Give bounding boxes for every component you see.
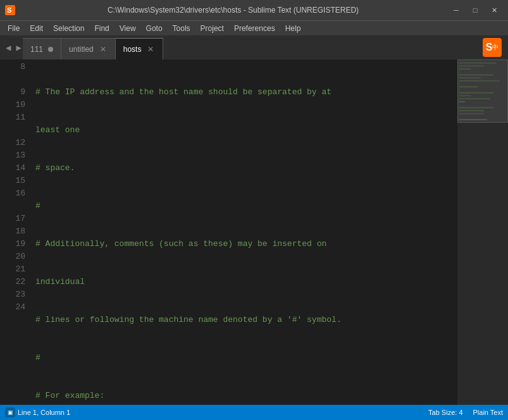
linenum-12: 12 [5,137,25,149]
title-bar: S C:\Windows\System32\drivers\etc\hosts … [0,0,508,20]
code-line-8b: least one [33,124,457,137]
status-bar: ▣ Line 1, Column 1 Tab Size: 4 Plain Tex… [0,405,508,420]
menu-help[interactable]: Help [280,23,306,34]
linenum-14: 14 [5,162,25,175]
code-line-13: # [33,352,457,364]
linenum-18: 18 [5,225,25,238]
linenum-22: 22 [5,276,25,288]
line-numbers: 8 9 10 11 12 13 14 15 16 17 18 19 20 21 … [0,59,33,405]
svg-rect-11 [459,89,460,90]
svg-rect-12 [459,92,493,94]
linenum-19: 19 [5,238,25,250]
linenum-20: 20 [5,250,25,263]
status-left: ▣ Line 1, Column 1 [5,407,70,417]
linenum-cont2 [5,124,25,137]
minimap-svg [457,59,508,405]
window-controls: ─ □ ✕ [447,4,503,16]
linenum-16: 16 [5,187,25,200]
maximize-button[interactable]: □ [466,4,484,16]
tab-nav-right[interactable]: ▶ [14,41,23,54]
svg-rect-10 [459,86,478,87]
svg-text:S: S [7,6,11,14]
tab-untitled[interactable]: untitled ✕ [61,38,116,59]
linenum-13: 13 [5,149,25,162]
linenum-15: 15 [5,175,25,187]
tab-hosts[interactable]: hosts ✕ [116,38,164,59]
menu-view[interactable]: View [115,23,141,34]
svg-rect-4 [459,68,471,70]
linenum-17: 17 [5,213,25,225]
minimize-button[interactable]: ─ [447,4,465,16]
linenum-10: 10 [5,99,25,111]
menu-find[interactable]: Find [89,23,114,34]
cursor-position[interactable]: Line 1, Column 1 [18,409,70,416]
menu-tools[interactable]: Tools [168,23,195,34]
code-line-14: # For example: [33,390,457,402]
svg-rect-16 [459,107,493,108]
close-button[interactable]: ✕ [485,4,503,16]
code-line-12: # lines or following the machine name de… [33,314,457,326]
svg-rect-17 [459,110,484,111]
minimap[interactable] [457,59,508,405]
menu-preferences[interactable]: Preferences [229,23,280,34]
menu-goto[interactable]: Goto [141,23,168,34]
svg-rect-13 [459,95,471,96]
linenum-23: 23 [5,288,25,301]
tab-untitled-close[interactable]: ✕ [99,45,108,54]
menu-project[interactable]: Project [195,23,229,34]
code-editor[interactable]: # The IP address and the host name shoul… [33,59,457,405]
svg-rect-9 [459,83,460,85]
sublime-logo: S中 [476,35,508,59]
tab-hosts-label: hosts [123,45,142,54]
code-line-11b: individual [33,276,457,288]
status-icon: ▣ [5,407,15,417]
svg-rect-14 [459,98,490,99]
svg-rect-2 [459,63,497,64]
tab-111-label: 111 [30,45,43,54]
tab-size[interactable]: Tab Size: 4 [428,409,462,416]
code-line-10: # [33,200,457,213]
svg-rect-6 [459,75,493,76]
sublime-s-logo: S中 [483,38,502,57]
menu-edit[interactable]: Edit [25,23,48,34]
tab-bar: ◀ ▶ 111 untitled ✕ hosts ✕ S中 [0,35,508,59]
status-right: Tab Size: 4 Plain Text [428,409,503,416]
tab-nav-left[interactable]: ◀ [4,41,13,54]
svg-rect-3 [459,65,484,66]
svg-rect-19 [459,119,487,120]
window-title: C:\Windows\System32\drivers\etc\hosts - … [19,6,447,15]
menu-bar: File Edit Selection Find View Goto Tools… [0,20,508,35]
code-line-11: # Additionally, comments (such as these)… [33,238,457,250]
svg-rect-15 [459,101,465,102]
svg-rect-18 [459,113,484,114]
linenum-cont3 [5,200,25,213]
tab-111-dirty-indicator [48,47,53,52]
svg-rect-8 [459,80,500,82]
tab-untitled-label: untitled [69,45,94,54]
svg-rect-5 [459,71,460,73]
linenum-8: 8 [5,61,25,73]
code-line-9: # space. [33,162,457,175]
svg-rect-7 [459,77,481,78]
menu-selection[interactable]: Selection [48,23,89,34]
linenum-21: 21 [5,263,25,276]
linenum-9: 9 [5,86,25,99]
tab-111[interactable]: 111 [23,38,61,59]
linenum-cont1 [5,73,25,86]
linenum-24: 24 [5,301,25,314]
editor-area: 8 9 10 11 12 13 14 15 16 17 18 19 20 21 … [0,59,508,405]
linenum-11: 11 [5,111,25,124]
app-icon: S [5,5,15,15]
code-line-8: # The IP address and the host name shoul… [33,86,457,99]
syntax-selector[interactable]: Plain Text [473,409,504,416]
menu-file[interactable]: File [3,23,25,34]
tab-hosts-close[interactable]: ✕ [146,45,155,54]
